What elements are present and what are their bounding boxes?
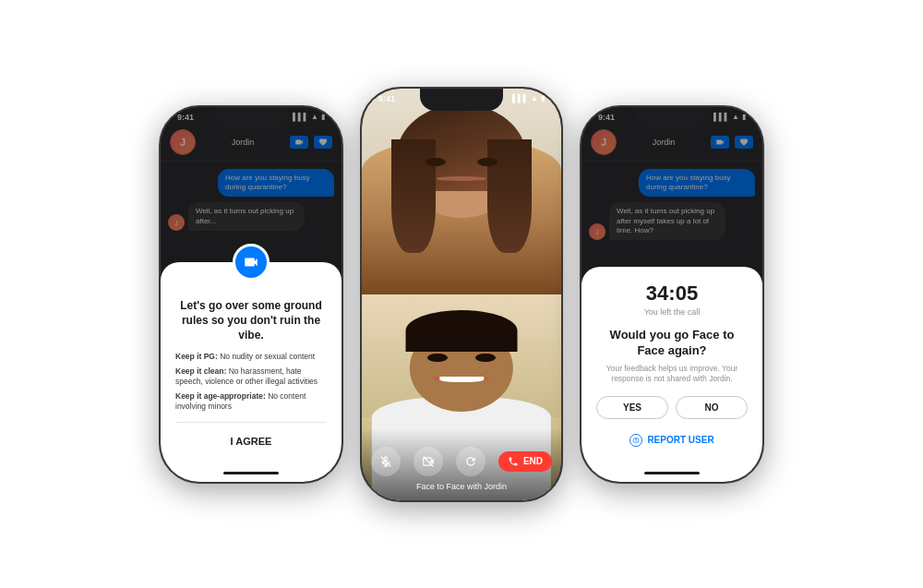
rule-age: Keep it age-appropriate: No content invo… <box>175 391 327 412</box>
wifi-icon-c: ▲ <box>531 94 538 102</box>
modal-divider-left <box>175 422 327 423</box>
modal-video-icon <box>233 244 270 281</box>
mute-button[interactable] <box>371 447 401 476</box>
chat-area-left: How are you staying busy during quaranti… <box>161 162 342 482</box>
report-user-label: REPORT USER <box>647 435 713 445</box>
notch-center <box>420 89 503 111</box>
no-button[interactable]: NO <box>676 396 748 419</box>
ground-rules-title: Let's go over some ground rules so you d… <box>175 299 327 342</box>
call-label: Face to Face with Jordin <box>416 482 507 491</box>
phone-center: END Face to Face with Jordin 5:41 ▌▌▌ ▲ … <box>360 87 563 502</box>
notch-left <box>214 107 288 127</box>
signal-icon-c: ▌▌▌ <box>512 94 528 102</box>
video-top-woman <box>362 89 561 294</box>
video-bottom-man: END Face to Face with Jordin <box>362 294 561 500</box>
report-user-button[interactable]: REPORT USER <box>596 430 748 450</box>
phone-left: 9:41 ▌▌▌ ▲ ▮ J Jordin <box>159 105 343 484</box>
post-call-overlay: 34:05 You left the call Would you go Fac… <box>581 162 762 482</box>
ground-rules-overlay: Let's go over some ground rules so you d… <box>161 162 342 482</box>
home-indicator-left <box>161 465 342 482</box>
post-call-title: Would you go Face to Face again? <box>596 328 748 359</box>
video-controls: END <box>371 447 552 476</box>
you-left-label: You left the call <box>596 307 748 317</box>
report-icon <box>629 434 642 447</box>
end-call-button[interactable]: END <box>498 451 552 472</box>
agree-button[interactable]: I AGREE <box>175 432 327 450</box>
status-time-center: 5:41 <box>378 94 395 103</box>
home-indicator-right <box>581 465 762 482</box>
phone-right: 9:41 ▌▌▌ ▲ ▮ J Jordin <box>580 105 764 484</box>
video-label-bar: END Face to Face with Jordin <box>362 428 561 500</box>
yes-button[interactable]: YES <box>596 396 668 419</box>
rule-pg: Keep it PG: No nudity or sexual content <box>175 352 327 362</box>
end-call-label: END <box>523 456 543 466</box>
chat-area-right: How are you staying busy during quaranti… <box>581 162 762 482</box>
call-timer: 34:05 <box>596 282 748 306</box>
post-call-card: 34:05 You left the call Would you go Fac… <box>581 267 762 465</box>
camera-off-button[interactable] <box>414 447 443 476</box>
video-container: END Face to Face with Jordin 5:41 ▌▌▌ ▲ … <box>362 89 561 500</box>
rule-clean: Keep it clean: No harassment, hate speec… <box>175 366 327 387</box>
notch-right <box>635 107 709 127</box>
status-icons-center: ▌▌▌ ▲ ▮ <box>512 94 545 102</box>
phones-container: 9:41 ▌▌▌ ▲ ▮ J Jordin <box>140 68 783 521</box>
battery-icon-c: ▮ <box>541 94 545 102</box>
refresh-button[interactable] <box>456 447 485 476</box>
yes-no-row: YES NO <box>596 396 748 419</box>
post-call-subtitle: Your feedback helps us improve. Your res… <box>596 364 748 384</box>
ground-rules-card: Let's go over some ground rules so you d… <box>161 262 342 464</box>
